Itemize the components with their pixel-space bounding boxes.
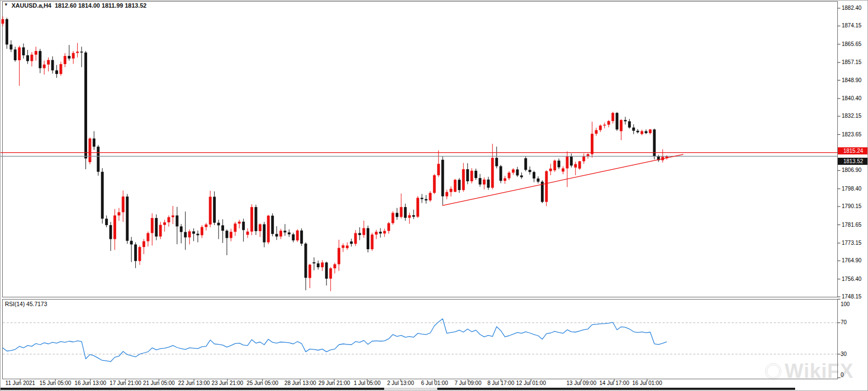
candlestick xyxy=(246,232,249,235)
candlestick xyxy=(487,180,490,188)
candlestick xyxy=(520,175,523,177)
time-tick-label: 25 Jun 05:00 xyxy=(241,380,284,386)
candlestick xyxy=(628,121,631,127)
candlestick xyxy=(55,70,58,74)
candlestick xyxy=(333,264,336,268)
candlestick xyxy=(367,228,369,249)
candlestick xyxy=(375,232,378,234)
candlestick xyxy=(5,19,8,44)
price-tick-label: 1773.15 xyxy=(842,240,861,246)
symbol-title: XAUUSD.a,H4 1812.60 1814.00 1811.99 1813… xyxy=(12,2,147,9)
candlestick xyxy=(39,51,42,68)
candlestick xyxy=(284,231,287,232)
candlestick xyxy=(122,197,124,212)
candlestick xyxy=(255,207,258,231)
candlestick xyxy=(93,139,95,147)
rsi-line xyxy=(3,319,667,361)
candlestick xyxy=(43,65,45,68)
candlestick xyxy=(603,125,606,126)
candlestick xyxy=(346,245,349,248)
candlestick xyxy=(557,160,560,167)
candlestick xyxy=(404,207,407,218)
candlestick xyxy=(350,242,353,244)
candlestick xyxy=(68,56,71,59)
candlestick xyxy=(18,47,21,60)
candlestick xyxy=(300,231,303,244)
candlestick xyxy=(60,64,62,74)
candlestick xyxy=(338,248,340,264)
candlestick xyxy=(387,223,390,231)
candlestick xyxy=(296,231,299,240)
price-tick-label: 1748.15 xyxy=(842,294,861,300)
candlestick xyxy=(636,131,639,133)
candlestick xyxy=(267,216,270,243)
candlestick xyxy=(595,130,598,134)
price-tick-label: 1823.65 xyxy=(842,131,861,137)
candlestick xyxy=(230,232,232,238)
candlestick xyxy=(615,113,618,129)
candlestick xyxy=(483,180,486,185)
candlestick xyxy=(263,225,266,243)
candlestick xyxy=(354,233,357,244)
candlestick xyxy=(47,60,50,65)
price-tick-label: 1857.15 xyxy=(842,59,861,65)
rsi-indicator-label: RSI(14) 45.7173 xyxy=(5,301,47,307)
candlestick xyxy=(188,231,191,237)
candlestick xyxy=(138,247,141,261)
candlestick xyxy=(292,234,295,240)
candlestick xyxy=(22,47,25,55)
scrollbar-track-right[interactable] xyxy=(437,388,795,390)
candlestick xyxy=(325,262,328,278)
candlestick xyxy=(155,218,158,237)
candlestick xyxy=(641,131,643,134)
candlestick xyxy=(362,228,365,235)
rsi-tick-label: 0 xyxy=(841,372,844,378)
candlestick xyxy=(259,225,261,232)
candlestick xyxy=(64,56,66,64)
candlestick xyxy=(192,231,195,233)
candlestick xyxy=(238,222,241,224)
candlestick xyxy=(126,197,129,241)
candlestick xyxy=(184,232,187,238)
candlestick xyxy=(379,232,382,233)
candlestick xyxy=(624,120,627,121)
candlestick xyxy=(271,216,274,234)
candlestick xyxy=(167,217,170,222)
candlestick xyxy=(462,169,465,190)
candlestick xyxy=(475,171,477,178)
candlestick xyxy=(109,225,112,239)
candlestick xyxy=(159,225,162,237)
candlestick xyxy=(549,169,552,171)
candlestick xyxy=(470,171,473,181)
candlestick xyxy=(221,225,224,231)
candlestick xyxy=(113,215,116,239)
scrollbar-track-left[interactable] xyxy=(1,388,384,390)
chevron-down-icon[interactable]: ▼ xyxy=(4,2,8,7)
candlestick xyxy=(578,161,581,168)
candlestick xyxy=(649,129,652,133)
price-tick-label: 1865.65 xyxy=(842,41,861,47)
candlestick xyxy=(84,53,87,159)
rsi-tick-label: 100 xyxy=(841,301,850,307)
candlestick xyxy=(479,178,482,185)
candlestick xyxy=(528,170,531,172)
horizontal-scrollbar[interactable] xyxy=(1,387,868,390)
candlestick xyxy=(234,223,237,232)
candlestick xyxy=(383,231,386,234)
candlestick xyxy=(425,199,427,200)
candlestick xyxy=(147,233,150,242)
main-chart-border xyxy=(3,2,838,297)
candlestick xyxy=(441,160,444,197)
ask-price-tag: 1815.24 xyxy=(838,147,868,154)
candlestick xyxy=(31,55,33,61)
candlestick xyxy=(180,226,182,232)
candlestick xyxy=(371,234,374,249)
candlestick xyxy=(591,134,593,154)
candlestick xyxy=(242,222,245,230)
candlestick xyxy=(607,121,610,125)
candlestick xyxy=(14,49,16,60)
scrollbar-thumb[interactable] xyxy=(384,388,437,390)
price-tick-label: 1882.40 xyxy=(842,5,861,11)
candlestick xyxy=(309,264,311,278)
candlestick xyxy=(105,219,108,225)
